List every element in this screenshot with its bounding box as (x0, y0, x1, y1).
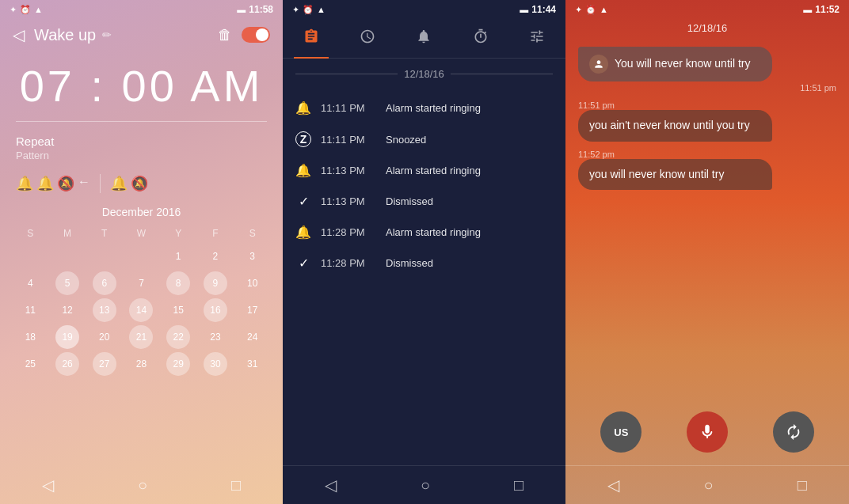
cal-day-22[interactable]: 22 (166, 325, 190, 349)
cal-day-13[interactable]: 13 (93, 298, 116, 322)
nav-bar-log: ◁ ○ □ (283, 465, 565, 504)
cal-day-3[interactable]: 3 (241, 244, 265, 268)
cal-header-w: W (124, 225, 159, 242)
lang-button[interactable]: US (600, 411, 642, 453)
bell-icon-entry-3: 🔔 (295, 163, 311, 178)
cal-day-17[interactable]: 17 (241, 298, 265, 322)
cal-day-15[interactable]: 15 (166, 298, 190, 322)
message-row-1: You will never know until try 11:51 pm (578, 47, 836, 93)
nav-home-chat[interactable]: ○ (703, 476, 713, 495)
nav-home-alarm[interactable]: ○ (138, 476, 147, 495)
log-desc-2: Snoozed (386, 134, 426, 146)
status-time-chat: ▬ 11:52 (803, 4, 839, 15)
cal-day-6[interactable]: 6 (93, 271, 116, 295)
nav-home-log[interactable]: ○ (421, 476, 430, 495)
cal-day-23[interactable]: 23 (204, 325, 227, 349)
log-desc-4: Dismissed (386, 195, 433, 207)
nav-square-log[interactable]: □ (514, 476, 523, 495)
bell-icon-1[interactable]: 🔔 (16, 175, 33, 192)
battery-icon-log: ▬ (520, 5, 528, 14)
message-time-2: 11:51 pm (578, 100, 836, 110)
log-desc-6: Dismissed (386, 257, 433, 269)
bell-icon-3[interactable]: 🔕 (57, 175, 74, 192)
nav-bar-chat: ◁ ○ □ (565, 465, 849, 504)
nav-back-chat[interactable]: ◁ (607, 476, 619, 495)
cal-day-28[interactable]: 28 (129, 352, 153, 376)
message-text-2: you ain't never know until you try (589, 119, 750, 131)
cal-day-25[interactable]: 25 (18, 352, 42, 376)
alarm-time-display[interactable]: 07 : 00 AM (0, 51, 283, 121)
status-time-log: ▬ 11:44 (520, 4, 556, 15)
cal-day-14[interactable]: 14 (129, 298, 153, 322)
nav-back-alarm[interactable]: ◁ (42, 476, 54, 495)
message-bubble-incoming-1: You will never know until try (578, 47, 772, 81)
mic-button[interactable] (687, 411, 728, 453)
cal-day-29[interactable]: 29 (166, 352, 190, 376)
cal-day-20[interactable]: 20 (93, 325, 116, 349)
cal-header-t1: T (86, 225, 122, 242)
alarm-toggle[interactable] (242, 27, 270, 43)
refresh-button[interactable] (773, 411, 814, 453)
cal-day-5[interactable]: 5 (55, 271, 79, 295)
log-tabs (283, 19, 565, 59)
message-bubble-outgoing-2: you will never know until try (578, 159, 772, 191)
repeat-label: Repeat (16, 135, 267, 148)
alarm-header-icons: 🗑 (218, 27, 270, 44)
panel-alarm: ✦ ⏰ ▲ ▬ 11:58 ◁ Wake up ✏ 🗑 07 : 00 AM R… (0, 0, 283, 504)
nav-square-alarm[interactable]: □ (231, 476, 241, 495)
bell-mute-icon[interactable]: 🔕 (131, 175, 148, 192)
log-time-6: 11:28 PM (321, 257, 376, 269)
cal-day-27[interactable]: 27 (93, 352, 116, 376)
cal-day-10[interactable]: 10 (241, 271, 265, 295)
message-time-1: 11:51 pm (578, 83, 836, 93)
cal-day-18[interactable]: 18 (18, 325, 42, 349)
panel-chat: ✦ ⏰ ▲ ▬ 11:52 12/18/16 You will never kn… (565, 0, 849, 504)
alarm-name-text: Wake up (34, 26, 96, 44)
back-button[interactable]: ◁ (13, 25, 25, 44)
cal-day-30[interactable]: 30 (204, 352, 227, 376)
log-time-2: 11:11 PM (321, 134, 376, 146)
log-entry-3: 🔔 11:13 PM Alarm started ringing (283, 155, 565, 186)
cal-day-4[interactable]: 4 (18, 271, 42, 295)
cal-header-y: Y (161, 225, 196, 242)
log-date-text: 12/18/16 (404, 68, 444, 80)
cal-day-7[interactable]: 7 (129, 271, 153, 295)
cal-day-9[interactable]: 9 (204, 271, 227, 295)
cal-day-24[interactable]: 24 (241, 325, 265, 349)
back-arrow-icon[interactable]: ← (78, 175, 90, 192)
cal-day-12[interactable]: 12 (55, 298, 79, 322)
cal-day-8[interactable]: 8 (166, 271, 190, 295)
cal-day-2[interactable]: 2 (204, 244, 227, 268)
cal-day-21[interactable]: 21 (129, 325, 153, 349)
cal-day-19[interactable]: 19 (55, 325, 79, 349)
clock-alarm: 11:58 (249, 4, 273, 15)
cal-day-1[interactable]: 1 (166, 244, 190, 268)
log-entry-5: 🔔 11:28 PM Alarm started ringing (283, 217, 565, 248)
nav-back-log[interactable]: ◁ (325, 476, 337, 495)
status-bar-chat: ✦ ⏰ ▲ ▬ 11:52 (565, 0, 849, 19)
message-row-3: 11:52 pm you will never know until try (578, 148, 836, 191)
cal-day-11[interactable]: 11 (18, 298, 42, 322)
cal-day-16[interactable]: 16 (204, 298, 227, 322)
nav-square-chat[interactable]: □ (798, 476, 807, 495)
cal-empty-3 (93, 244, 116, 268)
status-icons-left-chat: ✦ ⏰ ▲ (575, 5, 608, 15)
cal-day-31[interactable]: 31 (241, 352, 265, 376)
status-icons-left: ✦ ⏰ ▲ (10, 5, 43, 15)
bell-icon-2[interactable]: 🔔 (36, 175, 54, 192)
tab-alarm[interactable] (406, 25, 441, 51)
tab-timer[interactable] (463, 25, 498, 51)
cal-empty-2 (55, 244, 79, 268)
nav-bar-alarm: ◁ ○ □ (0, 466, 283, 504)
cal-day-26[interactable]: 26 (55, 352, 79, 376)
tab-clock[interactable] (350, 25, 385, 51)
delete-icon[interactable]: 🗑 (218, 27, 232, 44)
cal-header-s2: S (234, 225, 270, 242)
log-entries: 🔔 11:11 PM Alarm started ringing Z 11:11… (283, 89, 565, 465)
signal-icon-chat: ▲ (600, 5, 608, 14)
clock-chat: 11:52 (815, 4, 839, 15)
tab-settings[interactable] (520, 25, 554, 51)
bell-icon-4[interactable]: 🔔 (110, 175, 128, 192)
edit-icon[interactable]: ✏ (102, 28, 112, 41)
tab-clipboard[interactable] (294, 25, 329, 51)
